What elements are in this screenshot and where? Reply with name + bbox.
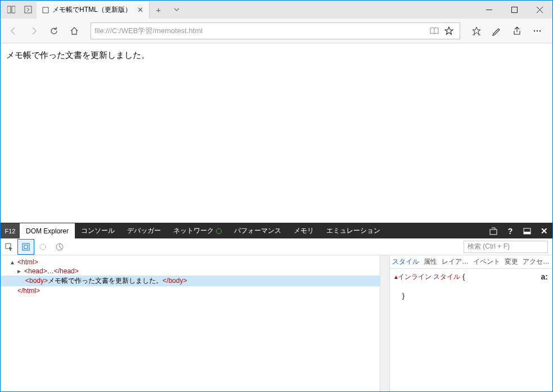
devtools-tabs: F12 DOM Explorer コンソール デバッガー ネットワーク パフォー… [1,223,552,238]
style-body: ▴インライン スタイル{ } a: [390,269,552,391]
tab-close-button[interactable]: ✕ [137,6,143,14]
devtools-panel: F12 DOM Explorer コンソール デバッガー ネットワーク パフォー… [1,223,552,391]
tab-console[interactable]: コンソール [75,223,121,238]
svg-point-11 [537,30,538,31]
set-aside-icon[interactable] [3,1,20,18]
f12-label: F12 [1,223,20,238]
address-bar[interactable] [91,22,460,39]
maximize-button[interactable] [502,1,527,19]
more-icon[interactable] [528,21,547,40]
dom-node-head[interactable]: ▸<head>…</head> [1,267,380,276]
title-bar: メモ帳でHTML（更新版） ✕ + [1,1,552,19]
titlebar-left [1,1,37,19]
record-icon [216,228,222,234]
close-window-button[interactable] [527,1,552,19]
dock-icon[interactable] [519,228,536,235]
dom-scrollbar[interactable] [380,255,389,391]
svg-point-12 [539,30,541,31]
devtools-toolbar: 検索 (Ctrl + F) [1,238,552,255]
devtools-right: ? ✕ [485,223,552,238]
unpin-icon[interactable] [485,227,502,235]
style-tab-attr[interactable]: 属性 [424,257,437,267]
favorites-hub-icon[interactable] [467,21,486,40]
new-tab-button[interactable]: + [150,1,168,19]
window-controls [476,1,552,19]
tab-dom-explorer[interactable]: DOM Explorer [20,223,75,238]
home-button[interactable] [65,21,84,40]
style-tab-access[interactable]: アクセ… [523,257,550,267]
body-text: メモ帳で作った文書を更新しました。 [6,50,150,60]
refresh-button[interactable] [44,21,64,40]
url-input[interactable] [95,26,427,35]
devtools-body: ▴<html> ▸<head>…</head> <body>メモ帳で作った文書を… [1,255,552,391]
devtools-search[interactable]: 検索 (Ctrl + F) [464,241,548,253]
tab-title: メモ帳でHTML（更新版） [52,5,132,15]
svg-rect-2 [25,6,32,13]
svg-rect-17 [23,244,29,250]
reading-view-icon[interactable] [427,27,442,35]
page-content: メモ帳で作った文書を更新しました。 [1,43,552,223]
dom-node-html-close[interactable]: </html> [1,286,380,295]
svg-point-10 [534,30,535,31]
accessibility-icon[interactable] [51,239,68,255]
browser-tab[interactable]: メモ帳でHTML（更新版） ✕ [37,1,150,19]
favorite-star-icon[interactable] [442,26,456,35]
share-icon[interactable] [507,21,527,40]
pseudo-selector-icon[interactable]: a: [541,272,548,281]
svg-point-19 [40,244,46,250]
minimize-button[interactable] [476,1,502,19]
svg-rect-18 [24,245,28,249]
tab-emulation[interactable]: エミュレーション [320,223,386,238]
tab-performance[interactable]: パフォーマンス [228,223,287,238]
select-element-icon[interactable] [1,239,17,255]
dom-tree[interactable]: ▴<html> ▸<head>…</head> <body>メモ帳で作った文書を… [1,255,380,391]
devtools-close-icon[interactable]: ✕ [536,226,552,236]
tab-debugger[interactable]: デバッガー [121,223,167,238]
svg-rect-3 [43,7,48,13]
style-tab-change[interactable]: 変更 [505,257,518,267]
tabs-aside-icon[interactable] [20,1,37,18]
tab-actions: + [150,1,186,19]
color-picker-icon[interactable] [34,239,51,255]
style-tabs: スタイル 属性 レイア… イベント 変更 アクセ… [390,255,552,269]
highlight-icon[interactable] [17,239,34,255]
tab-network[interactable]: ネットワーク [167,223,228,238]
style-tab-event[interactable]: イベント [473,257,500,267]
svg-rect-1 [12,6,15,13]
svg-rect-0 [7,6,11,13]
notes-icon[interactable] [487,21,506,40]
style-tab-layout[interactable]: レイア… [442,257,469,267]
tab-chevron-icon[interactable] [168,1,186,19]
toolbar-right [467,21,549,40]
dom-node-body[interactable]: <body>メモ帳で作った文書を更新しました。</body> [1,276,380,286]
style-tab-style[interactable]: スタイル [392,257,419,267]
inline-style-rule[interactable]: ▴インライン スタイル{ [394,272,548,282]
back-button[interactable] [4,21,23,40]
help-icon[interactable]: ? [502,227,519,236]
svg-rect-13 [490,229,497,235]
styles-panel: スタイル 属性 レイア… イベント 変更 アクセ… ▴インライン スタイル{ }… [389,255,552,391]
dom-node-html[interactable]: ▴<html> [1,258,380,267]
svg-rect-5 [512,7,518,12]
forward-button[interactable] [24,21,43,40]
close-brace: } [394,292,548,300]
tab-overflow-icon[interactable] [386,223,391,238]
svg-rect-15 [524,232,530,234]
page-icon [42,7,49,13]
browser-toolbar [1,19,552,43]
tab-memory[interactable]: メモリ [287,223,320,238]
